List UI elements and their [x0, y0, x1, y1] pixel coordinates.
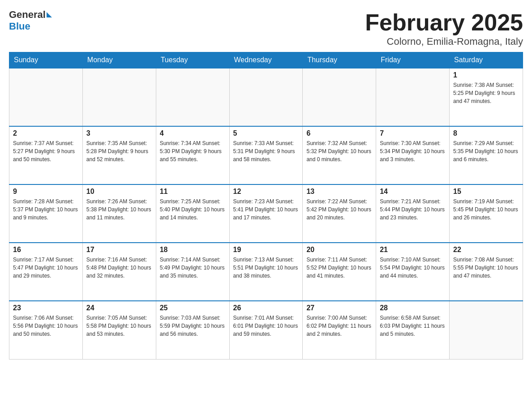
month-title: February 2025 — [365, 9, 523, 36]
weekday-header-thursday: Thursday — [303, 52, 376, 68]
day-info: Sunrise: 7:38 AM Sunset: 5:25 PM Dayligh… — [453, 81, 519, 105]
day-number: 8 — [453, 129, 519, 137]
calendar-cell: 20Sunrise: 7:11 AM Sunset: 5:52 PM Dayli… — [303, 243, 376, 301]
day-info: Sunrise: 7:28 AM Sunset: 5:37 PM Dayligh… — [13, 197, 79, 222]
day-info: Sunrise: 7:03 AM Sunset: 5:59 PM Dayligh… — [160, 314, 226, 338]
calendar-week-row: 2Sunrise: 7:37 AM Sunset: 5:27 PM Daylig… — [9, 126, 523, 184]
day-info: Sunrise: 7:17 AM Sunset: 5:47 PM Dayligh… — [13, 256, 79, 280]
day-number: 5 — [233, 129, 299, 137]
day-number: 26 — [233, 304, 299, 312]
calendar-cell: 10Sunrise: 7:26 AM Sunset: 5:38 PM Dayli… — [82, 184, 156, 243]
day-number: 17 — [86, 246, 152, 254]
day-number: 20 — [306, 246, 372, 254]
day-info: Sunrise: 7:00 AM Sunset: 6:02 PM Dayligh… — [306, 314, 372, 338]
day-number: 23 — [13, 304, 79, 312]
day-info: Sunrise: 7:35 AM Sunset: 5:28 PM Dayligh… — [86, 139, 152, 163]
calendar-cell: 25Sunrise: 7:03 AM Sunset: 5:59 PM Dayli… — [156, 301, 229, 359]
day-number: 28 — [380, 304, 446, 312]
calendar-cell: 13Sunrise: 7:22 AM Sunset: 5:42 PM Dayli… — [303, 184, 376, 243]
calendar-cell — [450, 301, 523, 359]
calendar-cell: 18Sunrise: 7:14 AM Sunset: 5:49 PM Dayli… — [156, 243, 229, 301]
calendar-cell: 19Sunrise: 7:13 AM Sunset: 5:51 PM Dayli… — [229, 243, 303, 301]
day-info: Sunrise: 7:13 AM Sunset: 5:51 PM Dayligh… — [233, 256, 299, 280]
day-number: 14 — [380, 188, 446, 196]
day-info: Sunrise: 7:14 AM Sunset: 5:49 PM Dayligh… — [160, 256, 226, 280]
calendar-cell: 4Sunrise: 7:34 AM Sunset: 5:30 PM Daylig… — [156, 126, 229, 184]
weekday-header-tuesday: Tuesday — [156, 52, 229, 68]
day-number: 1 — [453, 71, 519, 79]
day-number: 18 — [160, 246, 226, 254]
day-number: 2 — [13, 129, 79, 137]
day-info: Sunrise: 7:23 AM Sunset: 5:41 PM Dayligh… — [233, 197, 299, 222]
weekday-header-sunday: Sunday — [9, 52, 83, 68]
weekday-header-friday: Friday — [376, 52, 450, 68]
calendar-cell — [156, 68, 229, 126]
day-number: 21 — [380, 246, 446, 254]
day-info: Sunrise: 7:10 AM Sunset: 5:54 PM Dayligh… — [380, 256, 446, 280]
day-info: Sunrise: 7:33 AM Sunset: 5:31 PM Dayligh… — [233, 139, 299, 163]
day-info: Sunrise: 7:19 AM Sunset: 5:45 PM Dayligh… — [453, 197, 519, 222]
calendar-cell: 16Sunrise: 7:17 AM Sunset: 5:47 PM Dayli… — [9, 243, 83, 301]
day-number: 10 — [86, 188, 152, 196]
day-info: Sunrise: 7:11 AM Sunset: 5:52 PM Dayligh… — [306, 256, 372, 280]
weekday-header-wednesday: Wednesday — [229, 52, 303, 68]
day-info: Sunrise: 7:06 AM Sunset: 5:56 PM Dayligh… — [13, 314, 79, 338]
calendar-cell: 12Sunrise: 7:23 AM Sunset: 5:41 PM Dayli… — [229, 184, 303, 243]
logo-blue-text: Blue — [9, 21, 30, 32]
calendar-cell — [82, 68, 156, 126]
calendar-cell — [376, 68, 450, 126]
day-number: 3 — [86, 129, 152, 137]
calendar-cell: 6Sunrise: 7:32 AM Sunset: 5:32 PM Daylig… — [303, 126, 376, 184]
day-info: Sunrise: 7:01 AM Sunset: 6:01 PM Dayligh… — [233, 314, 299, 338]
title-area: February 2025 Colorno, Emilia-Romagna, I… — [365, 9, 523, 47]
logo: General Blue — [9, 9, 53, 32]
logo-arrow-icon — [47, 12, 52, 17]
page-header: General Blue February 2025 Colorno, Emil… — [9, 9, 523, 47]
day-number: 9 — [13, 188, 79, 196]
calendar-cell: 21Sunrise: 7:10 AM Sunset: 5:54 PM Dayli… — [376, 243, 450, 301]
day-number: 12 — [233, 188, 299, 196]
day-number: 11 — [160, 188, 226, 196]
calendar-cell: 2Sunrise: 7:37 AM Sunset: 5:27 PM Daylig… — [9, 126, 83, 184]
calendar-week-row: 9Sunrise: 7:28 AM Sunset: 5:37 PM Daylig… — [9, 184, 523, 243]
day-number: 25 — [160, 304, 226, 312]
weekday-header-saturday: Saturday — [450, 52, 523, 68]
day-number: 7 — [380, 129, 446, 137]
day-number: 6 — [306, 129, 372, 137]
calendar-cell: 15Sunrise: 7:19 AM Sunset: 5:45 PM Dayli… — [450, 184, 523, 243]
calendar-cell: 28Sunrise: 6:58 AM Sunset: 6:03 PM Dayli… — [376, 301, 450, 359]
calendar-cell: 7Sunrise: 7:30 AM Sunset: 5:34 PM Daylig… — [376, 126, 450, 184]
day-number: 22 — [453, 246, 519, 254]
day-number: 16 — [13, 246, 79, 254]
weekday-header-row: SundayMondayTuesdayWednesdayThursdayFrid… — [9, 52, 523, 68]
day-number: 4 — [160, 129, 226, 137]
calendar-cell: 17Sunrise: 7:16 AM Sunset: 5:48 PM Dayli… — [82, 243, 156, 301]
calendar-cell: 1Sunrise: 7:38 AM Sunset: 5:25 PM Daylig… — [450, 68, 523, 126]
day-info: Sunrise: 7:34 AM Sunset: 5:30 PM Dayligh… — [160, 139, 226, 163]
day-number: 13 — [306, 188, 372, 196]
calendar-week-row: 16Sunrise: 7:17 AM Sunset: 5:47 PM Dayli… — [9, 243, 523, 301]
calendar-cell: 14Sunrise: 7:21 AM Sunset: 5:44 PM Dayli… — [376, 184, 450, 243]
day-info: Sunrise: 7:30 AM Sunset: 5:34 PM Dayligh… — [380, 139, 446, 163]
calendar-table: SundayMondayTuesdayWednesdayThursdayFrid… — [9, 52, 523, 360]
day-info: Sunrise: 7:29 AM Sunset: 5:35 PM Dayligh… — [453, 139, 519, 163]
calendar-cell — [9, 68, 83, 126]
calendar-cell — [303, 68, 376, 126]
day-info: Sunrise: 7:26 AM Sunset: 5:38 PM Dayligh… — [86, 197, 152, 222]
day-info: Sunrise: 7:21 AM Sunset: 5:44 PM Dayligh… — [380, 197, 446, 222]
calendar-cell: 3Sunrise: 7:35 AM Sunset: 5:28 PM Daylig… — [82, 126, 156, 184]
day-info: Sunrise: 6:58 AM Sunset: 6:03 PM Dayligh… — [380, 314, 446, 338]
calendar-cell: 24Sunrise: 7:05 AM Sunset: 5:58 PM Dayli… — [82, 301, 156, 359]
day-info: Sunrise: 7:25 AM Sunset: 5:40 PM Dayligh… — [160, 197, 226, 222]
calendar-cell: 27Sunrise: 7:00 AM Sunset: 6:02 PM Dayli… — [303, 301, 376, 359]
calendar-cell: 5Sunrise: 7:33 AM Sunset: 5:31 PM Daylig… — [229, 126, 303, 184]
day-info: Sunrise: 7:05 AM Sunset: 5:58 PM Dayligh… — [86, 314, 152, 338]
day-info: Sunrise: 7:32 AM Sunset: 5:32 PM Dayligh… — [306, 139, 372, 163]
calendar-cell: 8Sunrise: 7:29 AM Sunset: 5:35 PM Daylig… — [450, 126, 523, 184]
calendar-cell: 22Sunrise: 7:08 AM Sunset: 5:55 PM Dayli… — [450, 243, 523, 301]
calendar-cell: 23Sunrise: 7:06 AM Sunset: 5:56 PM Dayli… — [9, 301, 83, 359]
day-number: 19 — [233, 246, 299, 254]
day-number: 15 — [453, 188, 519, 196]
calendar-cell — [229, 68, 303, 126]
day-number: 27 — [306, 304, 372, 312]
